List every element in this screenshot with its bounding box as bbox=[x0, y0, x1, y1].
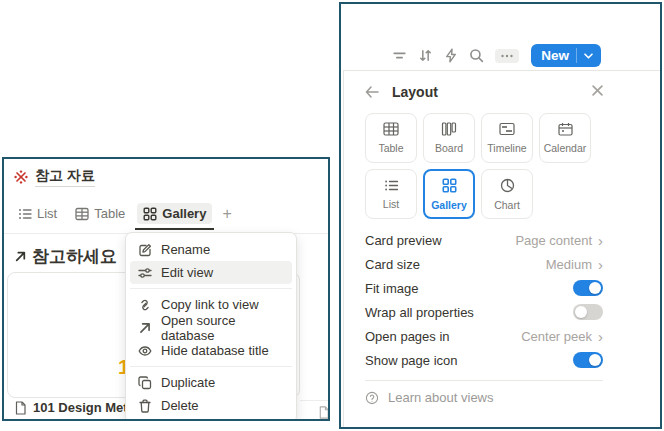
menu-item-edit-view[interactable]: Edit view bbox=[130, 261, 292, 284]
more-options-button[interactable] bbox=[495, 49, 519, 63]
setting-wrap-all-properties: Wrap all properties bbox=[365, 300, 603, 324]
filter-icon[interactable] bbox=[392, 48, 407, 63]
menu-item-label: Hide database title bbox=[161, 343, 269, 358]
view-tabs: List Table Gallery + bbox=[12, 203, 236, 224]
popover-divider bbox=[365, 380, 603, 381]
menu-item-label: Open source database bbox=[161, 313, 284, 343]
view-option-label: List bbox=[383, 198, 399, 210]
view-context-menu: Rename Edit view Copy link to view bbox=[125, 232, 297, 421]
edit-view-sliders-icon bbox=[138, 266, 152, 280]
menu-item-label: Delete bbox=[161, 398, 199, 413]
tab-label: Gallery bbox=[162, 206, 206, 221]
database-title[interactable]: 참고 자료 bbox=[35, 167, 95, 187]
wrap-properties-toggle[interactable] bbox=[573, 304, 603, 320]
sort-icon[interactable] bbox=[418, 48, 433, 63]
tab-list[interactable]: List bbox=[12, 203, 63, 224]
view-toolbar: New bbox=[392, 44, 601, 67]
list-icon bbox=[384, 179, 399, 192]
setting-label: Card preview bbox=[365, 233, 442, 248]
database-page-panel: 참고 자료 List Table bbox=[2, 157, 330, 421]
page-icon bbox=[318, 406, 330, 419]
menu-item-delete[interactable]: Delete bbox=[130, 394, 292, 417]
fit-image-toggle[interactable] bbox=[573, 280, 603, 296]
view-option-gallery[interactable]: Gallery bbox=[423, 169, 475, 219]
chevron-down-icon[interactable] bbox=[584, 53, 593, 59]
new-button[interactable]: New bbox=[531, 44, 601, 67]
setting-label: Open pages in bbox=[365, 329, 450, 344]
view-option-label: Calendar bbox=[544, 142, 587, 154]
menu-item-open-source-database[interactable]: Open source database bbox=[130, 316, 292, 339]
eye-icon bbox=[138, 344, 152, 358]
tab-gallery[interactable]: Gallery bbox=[137, 203, 212, 224]
setting-label: Fit image bbox=[365, 281, 418, 296]
arrow-up-right-icon bbox=[138, 321, 152, 335]
menu-item-hide-database-title[interactable]: Hide database title bbox=[130, 339, 292, 362]
menu-divider bbox=[130, 366, 292, 367]
setting-value: Page content bbox=[515, 233, 592, 248]
setting-card-size[interactable]: Card size Medium› bbox=[365, 252, 603, 276]
view-option-label: Board bbox=[435, 142, 463, 154]
menu-item-duplicate[interactable]: Duplicate bbox=[130, 371, 292, 394]
view-option-board[interactable]: Board bbox=[423, 113, 475, 163]
view-option-label: Gallery bbox=[431, 199, 467, 211]
setting-value: Center peek bbox=[521, 329, 592, 344]
table-grid-icon bbox=[383, 122, 399, 136]
arrow-up-right-icon bbox=[14, 250, 27, 263]
learn-about-views-link[interactable]: Learn about views bbox=[365, 390, 661, 405]
view-option-label: Table bbox=[378, 142, 403, 154]
next-card-edge bbox=[300, 400, 330, 401]
setting-show-page-icon: Show page icon bbox=[365, 348, 603, 372]
list-icon bbox=[18, 207, 32, 221]
setting-open-pages-in[interactable]: Open pages in Center peek› bbox=[365, 324, 603, 348]
view-option-table[interactable]: Table bbox=[365, 113, 417, 163]
view-option-timeline[interactable]: Timeline bbox=[481, 113, 533, 163]
menu-item-rename[interactable]: Rename bbox=[130, 238, 292, 261]
chevron-right-icon: › bbox=[598, 329, 603, 344]
show-page-icon-toggle[interactable] bbox=[573, 352, 603, 368]
view-option-chart[interactable]: Chart bbox=[481, 169, 533, 219]
rename-icon bbox=[138, 243, 152, 257]
linked-database-heading[interactable]: 참고하세요 bbox=[14, 245, 117, 268]
view-type-grid: Table Board bbox=[365, 113, 605, 219]
view-option-list[interactable]: List bbox=[365, 169, 417, 219]
layout-popover-header: Layout bbox=[365, 84, 603, 100]
automation-icon[interactable] bbox=[444, 48, 458, 63]
new-button-label: New bbox=[541, 48, 569, 63]
tab-label: List bbox=[37, 206, 57, 221]
setting-label: Show page icon bbox=[365, 353, 458, 368]
setting-card-preview[interactable]: Card preview Page content› bbox=[365, 228, 603, 252]
chart-icon bbox=[500, 178, 515, 193]
back-arrow-icon[interactable] bbox=[365, 86, 379, 98]
setting-fit-image: Fit image bbox=[365, 276, 603, 300]
menu-item-label: Copy link to view bbox=[161, 297, 259, 312]
menu-item-label: Rename bbox=[161, 242, 210, 257]
calendar-icon bbox=[558, 122, 573, 136]
question-icon bbox=[365, 391, 379, 405]
layout-settings-list: Card preview Page content› Card size Med… bbox=[365, 228, 603, 372]
chevron-right-icon: › bbox=[598, 257, 603, 272]
gallery-icon bbox=[143, 207, 157, 221]
setting-value: Medium bbox=[546, 257, 592, 272]
menu-item-label: Edit view bbox=[161, 265, 213, 280]
duplicate-icon bbox=[138, 376, 152, 390]
red-reference-mark-icon bbox=[14, 170, 28, 184]
view-option-calendar[interactable]: Calendar bbox=[539, 113, 591, 163]
learn-link-label: Learn about views bbox=[388, 390, 494, 405]
menu-item-label: Duplicate bbox=[161, 375, 215, 390]
tab-table[interactable]: Table bbox=[69, 203, 131, 224]
close-icon[interactable] bbox=[592, 85, 603, 96]
view-option-label: Timeline bbox=[487, 142, 526, 154]
tab-label: Table bbox=[94, 206, 125, 221]
add-view-button[interactable]: + bbox=[218, 205, 235, 223]
view-option-label: Chart bbox=[494, 199, 520, 211]
table-icon bbox=[75, 207, 89, 221]
board-icon bbox=[441, 122, 457, 136]
gallery-icon bbox=[442, 178, 457, 193]
database-toolbar-panel: New Layout bbox=[339, 2, 662, 429]
layout-popover: Layout Table bbox=[343, 70, 661, 428]
search-icon[interactable] bbox=[469, 48, 484, 63]
linked-database-title: 참고하세요 bbox=[32, 245, 117, 268]
trash-icon bbox=[138, 399, 152, 413]
new-button-divider bbox=[576, 48, 577, 63]
setting-label: Card size bbox=[365, 257, 420, 272]
